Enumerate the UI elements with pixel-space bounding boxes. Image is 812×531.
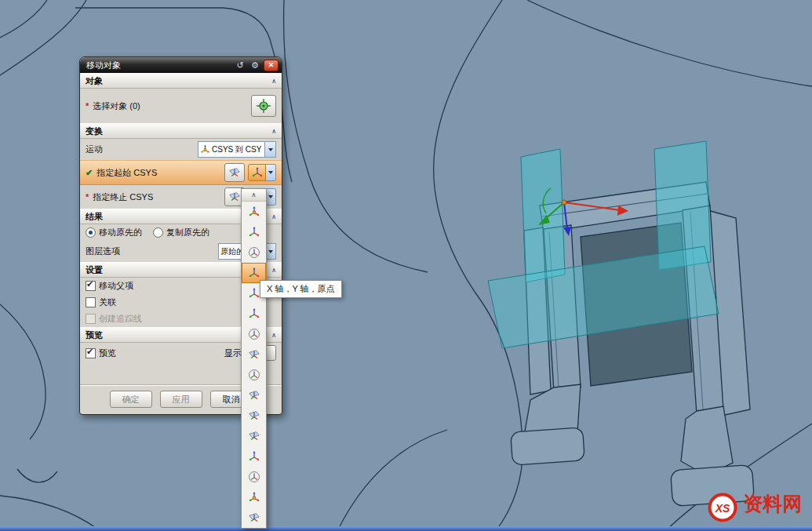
- motion-dropdown[interactable]: CSYS 到 CSY: [198, 141, 276, 158]
- radio-move-label: 移动原先的: [99, 227, 142, 238]
- chevron-up-icon: ∧: [271, 267, 276, 274]
- csys-option-absolute-csys[interactable]: [242, 446, 266, 467]
- csys-option-inferred[interactable]: [242, 222, 266, 242]
- layer-option-label: 图层选项: [86, 245, 120, 257]
- trace-line-label: 创建追踪线: [99, 313, 142, 325]
- csys-option-object-csys[interactable]: [242, 344, 266, 365]
- motion-value: CSYS 到 CSY: [212, 144, 261, 155]
- start-csys-type-button[interactable]: [248, 164, 266, 181]
- csys-to-csys-icon: [200, 144, 210, 155]
- bottom-edge-bar: [0, 526, 812, 531]
- csys-dialog-icon: [228, 191, 241, 203]
- csys-option-plane-and-vector[interactable]: [242, 385, 266, 406]
- csys-type-icon: [248, 348, 260, 361]
- checkbox-preview[interactable]: [86, 348, 96, 358]
- motion-row: 运动 CSYS 到 CSY: [80, 139, 282, 160]
- dropdown-arrow-icon[interactable]: [266, 164, 276, 181]
- csys-option-origin-xpoint-ypoint[interactable]: [242, 242, 266, 263]
- close-button[interactable]: ✕: [264, 60, 279, 71]
- section-preview-label: 预览: [86, 329, 103, 341]
- check-icon: ✔: [86, 168, 93, 178]
- chevron-up-icon: ∧: [271, 213, 276, 220]
- watermark-brand: 资料网: [743, 493, 807, 514]
- ok-button[interactable]: 确定: [110, 391, 152, 408]
- section-object-label: 对象: [86, 75, 103, 87]
- watermark-logo-icon: XS: [707, 492, 738, 523]
- application-window: 移动对象 ↺ ⚙ ✕ 对象 ∧ * 选择对象 (0): [0, 0, 812, 531]
- select-object-label: 选择对象 (0): [93, 100, 140, 112]
- section-header-object[interactable]: 对象 ∧: [80, 73, 282, 89]
- start-csys-type-dropdown[interactable]: [248, 164, 276, 181]
- start-csys-dialog-button[interactable]: [224, 163, 245, 182]
- csys-type-icon: [251, 166, 264, 179]
- checkbox-associative[interactable]: [86, 297, 96, 307]
- csys-type-icon: [248, 430, 260, 442]
- checkbox-move-parent[interactable]: [86, 281, 96, 291]
- select-object-button[interactable]: [251, 95, 276, 117]
- section-result-label: 结果: [86, 211, 103, 223]
- watermark: XS 资料网 ZL.XS1616.COM: [707, 492, 807, 523]
- csys-option-dynamic[interactable]: [242, 202, 266, 222]
- csys-option-more-options[interactable]: [242, 507, 266, 528]
- dialog-title: 移动对象: [86, 60, 231, 71]
- move-parent-label: 移动父项: [99, 280, 133, 292]
- required-star: *: [86, 192, 89, 202]
- chevron-up-icon: ∧: [271, 78, 276, 85]
- csys-type-icon: [248, 491, 260, 504]
- csys-option-offset-csys[interactable]: [242, 487, 266, 507]
- csys-options: [242, 202, 266, 528]
- scroll-up-button[interactable]: ∧: [242, 189, 266, 202]
- csys-type-icon: [248, 369, 260, 381]
- preview-label: 预览: [99, 347, 116, 359]
- end-csys-label: 指定终止 CSYS: [93, 191, 153, 203]
- csys-option-zaxis-yaxis-origin[interactable]: [242, 304, 266, 324]
- section-header-transform[interactable]: 变换 ∧: [80, 123, 282, 139]
- csys-option-point-perpendicular-curve[interactable]: [242, 365, 266, 385]
- csys-type-icon: [248, 246, 260, 259]
- csys-type-icon: [248, 450, 260, 463]
- section-settings-label: 设置: [86, 264, 103, 276]
- tooltip: X 轴，Y 轴，原点: [260, 280, 342, 298]
- motion-label: 运动: [86, 144, 103, 155]
- dialog-titlebar[interactable]: 移动对象 ↺ ⚙ ✕: [80, 57, 282, 73]
- csys-type-icon: [248, 511, 260, 524]
- start-csys-label: 指定起始 CSYS: [96, 167, 157, 179]
- csys-option-current-view-csys[interactable]: [242, 467, 266, 487]
- required-star: *: [86, 101, 89, 111]
- radio-move-original[interactable]: [86, 227, 96, 238]
- section-transform-label: 变换: [86, 125, 103, 137]
- csys-type-icon: [248, 287, 260, 300]
- csys-dropdown-list: ∧: [241, 188, 267, 529]
- datum-plane-left: [521, 149, 565, 282]
- csys-type-icon: [248, 409, 260, 422]
- chevron-up-icon: ∧: [271, 128, 276, 135]
- dropdown-arrow-icon[interactable]: [264, 142, 275, 157]
- select-object-row: * 选择对象 (0): [80, 89, 282, 123]
- watermark-domain: ZL.XS1616.COM: [743, 514, 807, 521]
- csys-type-icon: [248, 226, 260, 238]
- specify-start-csys-row: ✔ 指定起始 CSYS: [80, 160, 282, 185]
- chevron-up-icon: ∧: [271, 332, 276, 339]
- checkbox-trace-line: [86, 314, 96, 324]
- csys-option-three-planes[interactable]: [242, 426, 266, 446]
- crosshair-icon: [256, 98, 271, 114]
- csys-type-icon: [248, 328, 260, 340]
- csys-option-plane-xaxis-point[interactable]: [242, 406, 266, 426]
- csys-type-icon: [248, 267, 260, 279]
- csys-type-icon: [248, 389, 260, 402]
- csys-type-icon: [248, 307, 260, 320]
- gear-icon[interactable]: ⚙: [249, 60, 261, 71]
- dropdown-arrow-icon[interactable]: [266, 188, 276, 205]
- apply-button[interactable]: 应用: [160, 391, 202, 408]
- radio-copy-label: 复制原先的: [166, 227, 209, 238]
- reset-icon[interactable]: ↺: [234, 60, 246, 71]
- watermark-logo-text: XS: [715, 502, 730, 515]
- csys-dialog-icon: [228, 166, 241, 179]
- csys-option-zaxis-xpoint[interactable]: [242, 324, 266, 344]
- associative-label: 关联: [99, 296, 116, 308]
- csys-type-icon: [248, 205, 260, 218]
- csys-type-icon: [248, 471, 260, 483]
- radio-copy-original[interactable]: [153, 227, 163, 238]
